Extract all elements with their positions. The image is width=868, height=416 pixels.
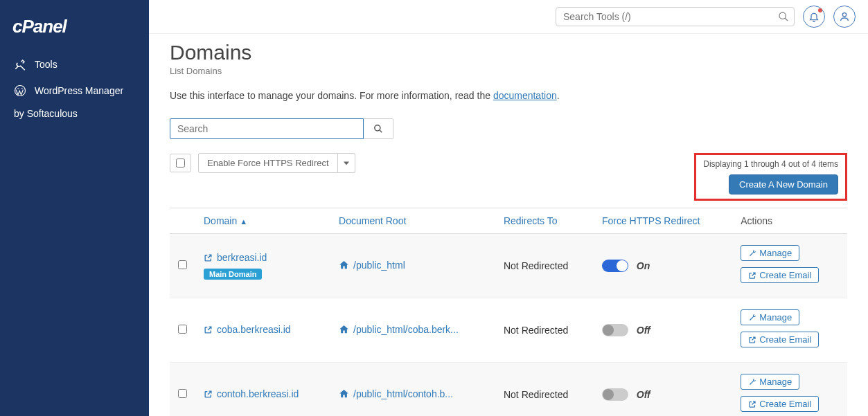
display-count-text: Displaying 1 through 4 out of 4 items: [703, 159, 838, 169]
manage-button[interactable]: Manage: [741, 374, 799, 390]
header-actions: Actions: [732, 208, 847, 234]
domain-name: contoh.berkreasi.id: [217, 388, 299, 399]
doc-root-link[interactable]: /public_html/contoh.b...: [339, 388, 453, 399]
header-redirects[interactable]: Redirects To: [495, 208, 594, 234]
domain-search-input[interactable]: [170, 118, 364, 139]
create-email-button[interactable]: Create Email: [741, 332, 819, 347]
caret-down-icon: [344, 161, 349, 165]
redirects-cell: Not Redirected: [495, 234, 594, 298]
notification-dot: [818, 8, 822, 12]
header-checkbox: [170, 208, 195, 234]
sort-up-icon: ▲: [240, 217, 247, 226]
domain-search-button[interactable]: [364, 118, 393, 139]
svg-point-1: [779, 12, 786, 19]
user-button[interactable]: [833, 6, 856, 28]
table-row: berkreasi.id Main Domain /public_html No…: [170, 234, 847, 298]
sidebar-item-label: WordPress Manager: [35, 85, 123, 96]
page-description: Use this interface to manage your domain…: [170, 90, 847, 101]
enable-https-button[interactable]: Enable Force HTTPS Redirect: [198, 153, 338, 173]
doc-root-path: /public_html/contoh.b...: [353, 388, 453, 399]
doc-root-link[interactable]: /public_html/coba.berk...: [339, 324, 459, 335]
doc-root-path: /public_html: [353, 260, 405, 271]
https-toggle-label: Off: [637, 325, 650, 336]
external-link-icon: [204, 253, 213, 262]
sidebar-item-label: Tools: [35, 59, 57, 70]
cpanel-logo: [0, 10, 149, 51]
doc-root-path: /public_html/coba.berk...: [353, 324, 459, 335]
manage-button[interactable]: Manage: [741, 309, 799, 325]
wrench-icon: [748, 249, 756, 257]
bell-icon: [808, 11, 820, 22]
sidebar-item-wordpress[interactable]: WordPress Manager: [0, 78, 149, 104]
https-toggle-label: On: [637, 260, 650, 271]
wordpress-icon: [14, 84, 26, 97]
create-email-button[interactable]: Create Email: [741, 396, 819, 412]
notifications-button[interactable]: [803, 6, 825, 28]
external-link-icon: [748, 336, 756, 344]
right-tools-highlight: Displaying 1 through 4 out of 4 items Cr…: [694, 153, 847, 201]
https-toggle[interactable]: [602, 260, 628, 272]
topbar: [149, 0, 868, 34]
page-title: Domains: [170, 41, 847, 64]
svg-point-2: [842, 13, 846, 17]
home-icon: [339, 324, 349, 334]
content: Domains List Domains Use this interface …: [149, 34, 868, 416]
search-icon: [373, 124, 383, 134]
redirects-cell: Not Redirected: [495, 298, 594, 363]
external-link-icon: [204, 390, 213, 399]
top-search-wrap: [556, 7, 795, 26]
sidebar: Tools WordPress Manager by Softaculous: [0, 0, 149, 416]
main-domain-badge: Main Domain: [204, 269, 262, 280]
select-all-checkbox[interactable]: [176, 159, 185, 168]
select-all-container: [170, 154, 191, 172]
header-domain[interactable]: Domain ▲: [195, 208, 330, 234]
row-checkbox[interactable]: [178, 389, 187, 398]
wrench-icon: [748, 378, 756, 386]
https-dropdown-group: Enable Force HTTPS Redirect: [198, 153, 355, 173]
doc-root-link[interactable]: /public_html: [339, 260, 405, 271]
external-link-icon: [748, 400, 756, 408]
table-row: contoh.berkreasi.id /public_html/contoh.…: [170, 363, 847, 417]
manage-button[interactable]: Manage: [741, 245, 799, 261]
sidebar-item-tools[interactable]: Tools: [0, 51, 149, 78]
row-checkbox[interactable]: [178, 325, 187, 334]
sidebar-subtext: by Softaculous: [0, 104, 149, 123]
external-link-icon: [748, 271, 756, 280]
https-toggle-label: Off: [637, 389, 650, 400]
https-toggle[interactable]: [602, 388, 628, 401]
svg-point-3: [375, 125, 380, 131]
create-domain-button[interactable]: Create A New Domain: [729, 174, 838, 195]
user-icon: [839, 11, 850, 22]
https-toggle[interactable]: [602, 324, 628, 336]
documentation-link[interactable]: documentation: [493, 90, 557, 101]
home-icon: [339, 260, 349, 270]
external-link-icon: [204, 325, 213, 334]
home-icon: [339, 388, 349, 399]
toolbar-row: Enable Force HTTPS Redirect Displaying 1…: [170, 153, 847, 208]
main-area: Domains List Domains Use this interface …: [149, 0, 868, 416]
table-row: coba.berkreasi.id /public_html/coba.berk…: [170, 298, 847, 363]
domain-link[interactable]: coba.berkreasi.id: [204, 324, 291, 335]
tools-icon: [14, 58, 26, 71]
domains-table: Domain ▲ Document Root Redirects To Forc…: [170, 208, 847, 416]
desc-text-post: .: [557, 90, 560, 101]
wrench-icon: [748, 314, 756, 322]
redirects-cell: Not Redirected: [495, 363, 594, 417]
domain-link[interactable]: berkreasi.id: [204, 252, 267, 263]
desc-text-pre: Use this interface to manage your domain…: [170, 90, 493, 101]
search-icon: [778, 11, 789, 22]
top-search-input[interactable]: [556, 7, 795, 26]
domain-search-group: [170, 118, 847, 139]
create-email-button[interactable]: Create Email: [741, 267, 819, 283]
domain-name: coba.berkreasi.id: [217, 324, 291, 335]
page-subtitle: List Domains: [170, 66, 847, 76]
domain-link[interactable]: contoh.berkreasi.id: [204, 388, 299, 399]
domain-name: berkreasi.id: [217, 252, 267, 263]
left-tools: Enable Force HTTPS Redirect: [170, 153, 355, 173]
header-doc-root[interactable]: Document Root: [330, 208, 495, 234]
header-https[interactable]: Force HTTPS Redirect: [594, 208, 732, 234]
row-checkbox[interactable]: [178, 260, 187, 269]
enable-https-dropdown-toggle[interactable]: [338, 153, 355, 173]
